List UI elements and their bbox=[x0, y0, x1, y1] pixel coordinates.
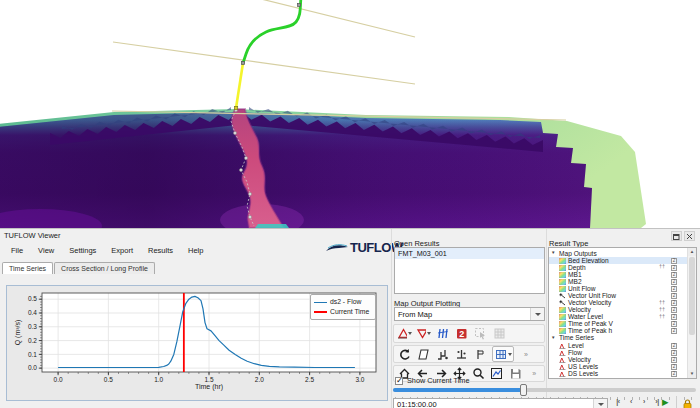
save-figure-icon[interactable] bbox=[508, 367, 523, 381]
flag-markers: †† bbox=[659, 263, 665, 269]
secondary-axis-badge[interactable]: 2 bbox=[671, 314, 677, 320]
expand-caret-icon[interactable]: ▼ bbox=[551, 250, 555, 255]
time-series-plot-icon bbox=[559, 343, 566, 349]
menu-item-export[interactable]: Export bbox=[108, 245, 136, 256]
tab-cross-section-long-profile[interactable]: Cross Section / Long Profile bbox=[54, 262, 155, 274]
secondary-axis-badge[interactable]: 2 bbox=[671, 293, 677, 299]
svg-text:2: 2 bbox=[459, 329, 464, 339]
svg-text:0.0: 0.0 bbox=[54, 376, 63, 383]
current-time-value: 01:15:00.00 bbox=[397, 400, 437, 408]
svg-text:0.5: 0.5 bbox=[28, 295, 37, 302]
secondary-axis-badge[interactable]: 2 bbox=[671, 279, 677, 285]
float-icon bbox=[673, 233, 680, 240]
flux-section-icon[interactable] bbox=[435, 327, 450, 341]
previous-timestep-button[interactable]: ‹ bbox=[625, 398, 637, 405]
colour-ramp-icon bbox=[559, 265, 566, 271]
timestep-buttons: |‹‹››| bbox=[612, 398, 663, 405]
toggle-flags-icon[interactable] bbox=[473, 347, 488, 361]
svg-text:1.0: 1.0 bbox=[154, 376, 163, 383]
secondary-axis-badge[interactable]: 2 bbox=[671, 265, 677, 271]
lock-time-button[interactable] bbox=[682, 396, 693, 408]
chevron-down-icon bbox=[408, 332, 412, 335]
dock-float-button[interactable] bbox=[671, 231, 682, 241]
secondary-axis-badge[interactable]: 2 bbox=[671, 343, 677, 349]
screen: { "window": {"title": "TUFLOW Viewer"}, … bbox=[0, 0, 700, 408]
zoom-icon[interactable] bbox=[471, 367, 486, 381]
time-series-plot-icon bbox=[559, 350, 566, 356]
clear-plot-icon[interactable] bbox=[416, 347, 431, 361]
vector-arrow-icon bbox=[559, 293, 566, 299]
map-view[interactable] bbox=[0, 0, 700, 228]
secondary-axis-badge[interactable]: 2 bbox=[671, 286, 677, 292]
flow-2d-icon[interactable]: 2 bbox=[454, 327, 469, 341]
dock-close-button[interactable] bbox=[684, 231, 695, 241]
secondary-axis-badge[interactable]: 2 bbox=[671, 350, 677, 356]
plot-mode-select[interactable]: From Map bbox=[394, 307, 545, 321]
plot-layout-button[interactable] bbox=[492, 346, 514, 362]
result-type-tree[interactable]: ▼Map OutputsBed Elevation2Depth††2MB12MB… bbox=[548, 247, 697, 379]
result-list-item[interactable]: FMT_M03_001 bbox=[395, 248, 544, 259]
flag-markers: †† bbox=[659, 299, 665, 305]
secondary-axis-badge[interactable]: 2 bbox=[671, 328, 677, 334]
time-series-plot-panel[interactable]: 0.00.51.01.52.02.53.00.00.10.20.30.40.5T… bbox=[6, 285, 388, 401]
chart-legend: ds2 - FlowCurrent Time bbox=[310, 294, 376, 320]
plot-timeseries-icon[interactable] bbox=[397, 327, 412, 341]
next-timestep-button[interactable]: › bbox=[638, 398, 650, 405]
play-button[interactable]: ▶ bbox=[662, 397, 669, 407]
time-series-plot-icon bbox=[559, 357, 566, 363]
menu-item-settings[interactable]: Settings bbox=[66, 245, 99, 256]
secondary-axis-badge[interactable]: 2 bbox=[671, 364, 677, 370]
menu-item-view[interactable]: View bbox=[35, 245, 57, 256]
secondary-axis-badge[interactable]: 2 bbox=[671, 307, 677, 313]
secondary-axis-badge[interactable]: 2 bbox=[671, 258, 677, 264]
legend-entry: Current Time bbox=[314, 307, 372, 317]
svg-text:0.4: 0.4 bbox=[28, 309, 37, 316]
secondary-axis-badge[interactable]: 2 bbox=[671, 321, 677, 327]
scroll-down-icon[interactable]: ▼ bbox=[688, 370, 696, 378]
grid-icon[interactable] bbox=[492, 327, 507, 341]
colour-ramp-icon bbox=[559, 279, 566, 285]
colour-ramp-icon bbox=[559, 307, 566, 313]
water-level-icon bbox=[559, 378, 566, 379]
close-icon bbox=[686, 233, 693, 240]
first-timestep-button[interactable]: |‹ bbox=[612, 398, 624, 405]
tab-time-series[interactable]: Time Series bbox=[2, 262, 53, 274]
subplot-config-icon[interactable] bbox=[490, 367, 505, 381]
secondary-axis-badge[interactable]: 2 bbox=[671, 357, 677, 363]
overflow-chevron[interactable]: » bbox=[518, 347, 533, 361]
select-features-icon[interactable] bbox=[473, 327, 488, 341]
secondary-axis-badge[interactable]: 2 bbox=[671, 371, 677, 377]
plot-mode-dropdown-button[interactable] bbox=[530, 308, 544, 320]
tab-bar: Time SeriesCross Section / Long Profile bbox=[2, 262, 156, 274]
plot-tools-toolbar: 2 bbox=[393, 324, 545, 343]
expand-caret-icon[interactable]: ▼ bbox=[551, 335, 555, 340]
chevron-down-icon bbox=[427, 332, 431, 335]
open-results-list[interactable]: FMT_M03_001 bbox=[394, 247, 545, 294]
current-time-select[interactable]: 01:15:00.00 bbox=[393, 398, 608, 408]
scroll-up-icon[interactable]: ▲ bbox=[688, 248, 696, 256]
time-slider[interactable] bbox=[393, 384, 696, 396]
plot-cross-section-icon[interactable] bbox=[416, 327, 431, 341]
refresh-plot-icon[interactable] bbox=[397, 347, 412, 361]
secondary-axis-badge[interactable]: 2 bbox=[671, 300, 677, 306]
secondary-axis-badge[interactable]: 2 bbox=[671, 378, 677, 379]
colour-ramp-icon bbox=[559, 314, 566, 320]
toggle-1d-plot-icon[interactable] bbox=[435, 347, 450, 361]
menu-item-help[interactable]: Help bbox=[185, 245, 206, 256]
toggle-secondary-axis-icon[interactable] bbox=[454, 347, 469, 361]
overflow-chevron[interactable]: » bbox=[527, 367, 542, 381]
svg-text:2.0: 2.0 bbox=[255, 376, 264, 383]
tree-scrollbar[interactable]: ▲ ▼ bbox=[687, 248, 696, 378]
panel-separator bbox=[546, 229, 547, 408]
menu-item-file[interactable]: File bbox=[8, 245, 26, 256]
colour-ramp-icon bbox=[559, 272, 566, 278]
svg-text:2.5: 2.5 bbox=[305, 376, 314, 383]
tree-item-water-level[interactable]: Water Level2 bbox=[549, 377, 687, 379]
slider-handle[interactable] bbox=[520, 384, 527, 396]
svg-text:0.2: 0.2 bbox=[28, 337, 37, 344]
current-time-dropdown-button[interactable] bbox=[593, 399, 607, 408]
tuflow-swoosh-icon bbox=[325, 241, 349, 255]
menu-item-results[interactable]: Results bbox=[145, 245, 176, 256]
secondary-axis-badge[interactable]: 2 bbox=[671, 272, 677, 278]
scrollbar-thumb[interactable] bbox=[689, 257, 695, 335]
